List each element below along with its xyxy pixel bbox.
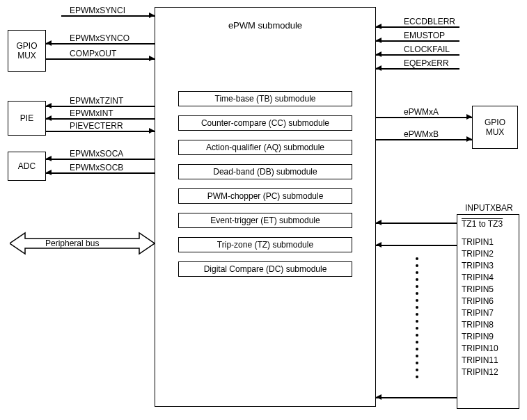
pievecterr-line: [46, 131, 155, 132]
sub-pc: PWM-chopper (PC) submodule: [178, 188, 352, 204]
tripin-item: TRIPIN12: [462, 367, 514, 377]
emustop-label: EMUSTOP: [404, 31, 445, 40]
xint-line: [46, 118, 155, 120]
eccdblerr-arrow: [376, 24, 382, 29]
eccdblerr-label: ECCDBLERR: [404, 17, 455, 26]
pbus-label: Peripheral bus: [45, 239, 99, 248]
epwmxa-label: ePWMxA: [404, 107, 439, 117]
left-gpio-mux-box: GPIO MUX: [8, 30, 46, 72]
tripin-item: TRIPIN6: [462, 296, 514, 306]
compxout-line: [46, 58, 155, 60]
sub-cc: Counter-compare (CC) submodule: [178, 115, 352, 131]
compxout-label: COMPxOUT: [70, 49, 116, 58]
gpio-mux-label: GPIO MUX: [16, 41, 37, 60]
synco-label: EPWMxSYNCO: [70, 33, 129, 43]
soca-arrow: [46, 156, 52, 161]
pie-box: PIE: [8, 101, 46, 136]
tripin-item: TRIPIN2: [462, 249, 514, 259]
tripin-item: TRIPIN11: [462, 355, 514, 365]
epwmxa-arrow: [466, 114, 472, 120]
tripin-item: TRIPIN1: [462, 237, 514, 247]
adc-label: ADC: [18, 161, 36, 171]
sub-et: Event-trigger (ET) submodule: [178, 213, 352, 228]
xint-arrow: [46, 115, 52, 121]
eccdblerr-line: [376, 26, 459, 28]
socb-arrow: [46, 170, 52, 175]
clockfail-label: CLOCKFAIL: [404, 45, 450, 54]
xint-label: EPWMxINT: [70, 108, 113, 118]
epwmxb-arrow: [466, 136, 472, 142]
sub-tz: Trip-zone (TZ) submodule: [178, 237, 352, 252]
emustop-line: [376, 40, 459, 42]
tz-line: [376, 223, 457, 224]
pievecterr-arrow: [149, 128, 155, 134]
tripin-item: TRIPIN5: [462, 284, 514, 294]
tz-arrow: [376, 220, 382, 225]
inputxbar-box: TZ1 to TZ3 TRIPIN1TRIPIN2TRIPIN3TRIPIN4T…: [457, 214, 519, 409]
pievecterr-label: PIEVECTERR: [70, 121, 123, 131]
sub-db: Dead-band (DB) submodule: [178, 164, 352, 179]
sub-aq: Action-qualifier (AQ) submodule: [178, 140, 352, 155]
trip-arrow-top: [376, 242, 382, 248]
eqepxerr-label: EQEPxERR: [404, 58, 449, 68]
synci-arrow: [149, 13, 155, 18]
dotted-continuation: [415, 257, 419, 389]
tzint-arrow: [46, 103, 52, 108]
synco-arrow: [46, 40, 52, 46]
tripin-item: TRIPIN3: [462, 261, 514, 270]
tripin-item: TRIPIN4: [462, 273, 514, 282]
socb-line: [46, 172, 155, 174]
tzint-label: EPWMxTZINT: [70, 96, 123, 106]
clockfail-line: [376, 54, 459, 56]
epwmxa-line: [376, 117, 472, 118]
compxout-arrow: [149, 56, 155, 61]
synci-label: EPWMxSYNCI: [70, 6, 125, 15]
right-gpio-mux-box: GPIO MUX: [472, 106, 518, 149]
sub-tb: Time-base (TB) submodule: [178, 91, 352, 106]
synci-line: [61, 15, 155, 17]
epwmxb-label: ePWMxB: [404, 129, 439, 139]
soca-label: EPWMxSOCA: [70, 149, 123, 159]
synco-line: [46, 43, 155, 45]
tripin-item: TRIPIN7: [462, 308, 514, 318]
trip-arrow-bot: [376, 394, 382, 400]
tripin-item: TRIPIN10: [462, 344, 514, 353]
epwmxb-line: [376, 139, 472, 140]
eqepxerr-arrow: [376, 65, 382, 71]
adc-box: ADC: [8, 152, 46, 181]
pie-label: PIE: [20, 113, 33, 123]
emustop-arrow: [376, 38, 382, 43]
soca-line: [46, 159, 155, 160]
trip-line-top: [376, 245, 457, 246]
tz-label: TZ1 to TZ3: [462, 219, 514, 229]
epwm-submodule-box: ePWM submodule: [155, 7, 376, 407]
tzint-line: [46, 106, 155, 107]
epwm-title: ePWM submodule: [228, 20, 302, 31]
sub-dc: Digital Compare (DC) submodule: [178, 261, 352, 277]
tripin-item: TRIPIN9: [462, 332, 514, 341]
inputxbar-title: INPUTXBAR: [465, 203, 513, 213]
clockfail-arrow: [376, 51, 382, 57]
diagram-canvas: ePWM submodule Time-base (TB) submodule …: [0, 0, 527, 420]
eqepxerr-line: [376, 68, 459, 70]
trip-line-bot: [376, 397, 457, 398]
tripin-item: TRIPIN8: [462, 320, 514, 330]
right-gpio-mux-label: GPIO MUX: [485, 118, 505, 137]
socb-label: EPWMxSOCB: [70, 163, 123, 172]
tripin-list: TRIPIN1TRIPIN2TRIPIN3TRIPIN4TRIPIN5TRIPI…: [462, 237, 514, 377]
